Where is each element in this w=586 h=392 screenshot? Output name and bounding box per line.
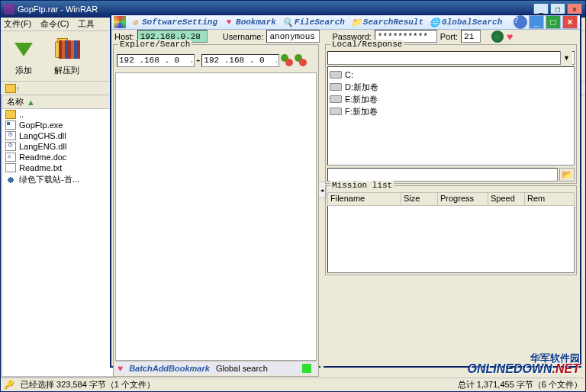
inner-maximize-button[interactable]: □: [546, 15, 561, 29]
drive-label: D:新加卷: [345, 82, 378, 93]
extract-label: 解压到: [54, 65, 79, 76]
name-header: 名称: [7, 96, 24, 108]
port-label: Port:: [440, 32, 458, 41]
global-search-label[interactable]: Global search: [216, 364, 268, 373]
ip-to-input[interactable]: [201, 54, 279, 67]
ip-from-input[interactable]: [117, 54, 195, 67]
ie-icon: [5, 175, 16, 185]
col-progress[interactable]: Progress: [438, 193, 488, 205]
file-row[interactable]: GopFtp.exe: [2, 120, 114, 130]
chevron-down-icon: ▼: [560, 51, 572, 65]
dll-icon: [5, 131, 16, 140]
extract-button[interactable]: 解压到: [51, 34, 82, 78]
splitter[interactable]: ◂: [320, 44, 324, 377]
drive-icon: [330, 108, 342, 115]
arrow-down-icon: [14, 43, 33, 56]
file-row[interactable]: ..: [2, 109, 114, 120]
txt-icon: [5, 163, 16, 172]
file-name: LangCHS.dll: [19, 131, 66, 140]
file-row[interactable]: 绿色下载站-首...: [2, 173, 114, 186]
file-search-button[interactable]: 🔍FileSearch: [280, 15, 347, 29]
batch-add-bookmark-button[interactable]: BatchAddBookmark: [129, 364, 210, 373]
drive-label: E:新加卷: [345, 94, 378, 105]
inner-minimize-button[interactable]: _: [529, 15, 544, 29]
window-title: GopFtp.rar - WinRAR: [18, 5, 98, 14]
username-label: Username:: [223, 32, 264, 41]
drive-list[interactable]: C:D:新加卷E:新加卷F:新加卷: [327, 66, 575, 165]
add-label: 添加: [15, 65, 32, 76]
folder-icon: [55, 41, 78, 58]
file-row[interactable]: Readme.doc: [2, 152, 114, 162]
help-button[interactable]: ?: [514, 15, 527, 29]
file-row[interactable]: LangCHS.dll: [2, 130, 114, 141]
search-icon: 🔍: [282, 17, 293, 27]
status-indicator-icon: [302, 364, 311, 373]
file-name: Readme.doc: [19, 153, 66, 162]
add-button[interactable]: 添加: [8, 34, 39, 78]
file-row[interactable]: LangENG.dll: [2, 141, 114, 152]
drive-label: F:新加卷: [345, 106, 378, 117]
file-name: GopFtp.exe: [19, 120, 63, 130]
file-name: Readme.txt: [19, 163, 62, 172]
col-size[interactable]: Size: [401, 193, 438, 205]
gopftp-toolbar: ⚙SoftwareSetting ♥Bookmark 🔍FileSearch 📁…: [111, 15, 580, 30]
drive-row[interactable]: E:新加卷: [330, 93, 572, 105]
drive-icon: [330, 95, 342, 103]
column-header-name[interactable]: 名称 ▲: [2, 95, 114, 109]
add-bookmark-button[interactable]: ♥: [507, 31, 517, 42]
search-result-button[interactable]: 📁SearchResult: [349, 15, 426, 29]
status-total: 总计 1,371,455 字节（6 个文件）: [458, 379, 582, 390]
col-filename[interactable]: Filename: [328, 193, 401, 205]
up-arrow-icon: ↑: [16, 84, 21, 93]
file-name: 绿色下载站-首...: [19, 174, 79, 185]
dash-label: -: [196, 53, 200, 67]
col-remain[interactable]: Rem: [525, 193, 574, 205]
doc-icon: [5, 153, 16, 162]
app-logo-icon: [114, 16, 126, 28]
file-list[interactable]: ..GopFtp.exeLangCHS.dllLangENG.dllReadme…: [2, 109, 114, 376]
gear-icon: ⚙: [130, 17, 140, 27]
mission-label: Mission list: [330, 181, 394, 190]
key-icon: 🔑: [4, 380, 14, 390]
menu-file[interactable]: 文件(F): [4, 18, 31, 30]
scan-button-2[interactable]: [295, 54, 307, 66]
folder-icon: [5, 110, 16, 119]
heart-icon: ♥: [118, 363, 123, 374]
drive-icon: [330, 71, 342, 79]
local-group-label: Local/Response: [330, 40, 404, 49]
explore-list[interactable]: [115, 72, 317, 361]
file-name: ..: [19, 110, 24, 119]
explore-group-label: Explore/Search: [118, 40, 192, 49]
drive-row[interactable]: C:: [330, 69, 572, 81]
drive-row[interactable]: D:新加卷: [330, 81, 572, 93]
folder-icon: [5, 84, 16, 93]
username-input[interactable]: [266, 30, 320, 43]
drive-row[interactable]: F:新加卷: [330, 105, 572, 117]
status-selection: 已经选择 323,584 字节（1 个文件）: [21, 379, 155, 390]
software-setting-button[interactable]: ⚙SoftwareSetting: [127, 15, 220, 29]
folder-open-icon: 📂: [562, 169, 573, 180]
mission-body[interactable]: [327, 206, 575, 273]
scan-button-1[interactable]: [281, 54, 293, 66]
menu-tools[interactable]: 工具: [78, 18, 95, 30]
rar-icon: [4, 4, 14, 14]
file-row[interactable]: Readme.txt: [2, 162, 114, 173]
path-input[interactable]: [327, 168, 558, 182]
mission-group: Mission list Filename Size Progress Spee…: [325, 185, 577, 275]
menu-command[interactable]: 命令(C): [40, 18, 69, 30]
inner-close-button[interactable]: ×: [562, 15, 578, 29]
sort-asc-icon: ▲: [27, 98, 35, 107]
open-path-button[interactable]: 📂: [559, 168, 575, 182]
mission-header[interactable]: Filename Size Progress Speed Rem: [327, 192, 575, 206]
heart-icon: ♥: [224, 17, 234, 27]
gopftp-window: ⚙SoftwareSetting ♥Bookmark 🔍FileSearch 📁…: [110, 14, 581, 368]
col-speed[interactable]: Speed: [488, 193, 525, 205]
port-input[interactable]: [461, 30, 481, 43]
response-combo[interactable]: ▼: [330, 51, 572, 65]
bookmark-button[interactable]: ♥Bookmark: [221, 15, 279, 29]
global-search-button[interactable]: 🌐GlobalSearch: [427, 15, 504, 29]
drive-icon: [330, 83, 342, 91]
connect-button[interactable]: [491, 31, 504, 43]
winrar-statusbar: 🔑 已经选择 323,584 字节（1 个文件） 总计 1,371,455 字节…: [1, 378, 585, 391]
file-name: LangENG.dll: [19, 142, 66, 151]
